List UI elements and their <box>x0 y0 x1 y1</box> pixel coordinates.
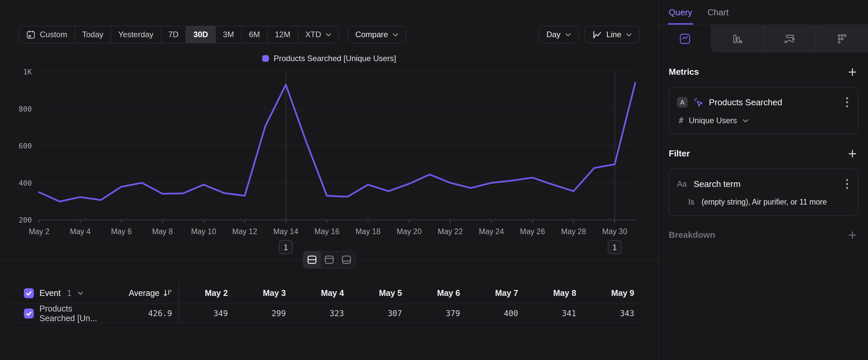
chevron-down-icon[interactable] <box>77 291 84 295</box>
table-col-header: May 9 <box>586 288 644 298</box>
split-view-icon <box>307 255 317 265</box>
event-column-label: Event <box>39 288 61 298</box>
event-count: 1 <box>67 288 72 298</box>
annotation-badge-label: 1 <box>283 243 288 252</box>
y-axis-label: 800 <box>19 105 32 113</box>
check-icon <box>26 291 32 296</box>
metric-card-title-row: A Products Searched <box>677 95 850 109</box>
date-range-custom-button[interactable]: Custom <box>19 26 75 43</box>
tab-query[interactable]: Query <box>669 0 692 25</box>
y-axis-label: 600 <box>19 142 32 150</box>
table-col-header: May 8 <box>527 288 586 298</box>
table-cell-value: 307 <box>353 309 411 318</box>
event-click-icon <box>693 97 704 108</box>
date-range-30d-button[interactable]: 30D <box>186 26 216 43</box>
x-axis-label: May 26 <box>520 227 545 236</box>
add-metric-button[interactable] <box>847 67 858 77</box>
series-checkbox[interactable] <box>24 308 34 319</box>
add-filter-button[interactable] <box>847 149 858 159</box>
line-chart-icon <box>592 30 602 40</box>
table-cell-value: 323 <box>295 309 353 318</box>
layout-table-only-button[interactable] <box>338 251 355 268</box>
kebab-menu-icon <box>846 96 848 108</box>
chart-type-button[interactable]: Line <box>584 26 640 43</box>
table-cell-value: 299 <box>237 309 295 318</box>
x-axis-label: May 2 <box>29 227 50 236</box>
x-axis-label: May 22 <box>438 227 463 236</box>
average-header-cell[interactable]: Average <box>99 283 179 304</box>
line-series[interactable] <box>39 83 635 201</box>
bar-chart-icon <box>731 32 743 45</box>
plus-icon <box>847 149 858 159</box>
breakdown-heading: Breakdown <box>669 230 715 240</box>
check-icon <box>26 311 32 316</box>
table-col-header: May 3 <box>237 288 295 298</box>
filter-value[interactable]: (empty string), Air purifier, or 11 more <box>702 198 827 206</box>
chart-type-flow-tab[interactable] <box>763 25 816 53</box>
x-axis-label: May 30 <box>602 227 627 236</box>
series-name: Products Searched [Un... <box>39 304 99 323</box>
filter-property-name[interactable]: Search term <box>693 179 839 189</box>
chevron-down-icon <box>392 33 399 36</box>
date-range-7d-button[interactable]: 7D <box>161 26 186 43</box>
metric-card[interactable]: A Products Searched # Unique Users <box>669 87 858 134</box>
date-range-today-button[interactable]: Today <box>75 26 111 43</box>
filter-options-button[interactable] <box>844 177 850 191</box>
date-range-segmented-control: Custom Today Yesterday 7D 30D 3M 6M 12M … <box>18 26 339 43</box>
date-range-6m-button[interactable]: 6M <box>242 26 268 43</box>
select-all-checkbox[interactable] <box>24 288 34 298</box>
metric-aggregation-row: # Unique Users <box>677 116 850 125</box>
x-axis-label: May 14 <box>273 227 299 236</box>
filter-operator[interactable]: Is <box>688 198 694 206</box>
segment-label: Custom <box>40 30 67 39</box>
metric-options-button[interactable] <box>844 95 850 109</box>
x-axis-label: May 12 <box>232 227 257 236</box>
filter-card[interactable]: Aa Search term Is (empty string), Air pu… <box>669 169 858 216</box>
main-panel: Custom Today Yesterday 7D 30D 3M 6M 12M … <box>0 0 658 360</box>
chevron-down-icon[interactable] <box>742 119 749 122</box>
chart-only-icon <box>324 255 335 265</box>
table-header-row: Event 1 Average May 2May 3May 4May 5May … <box>10 283 644 304</box>
app-root: Custom Today Yesterday 7D 30D 3M 6M 12M … <box>0 0 868 360</box>
funnel-dots-icon <box>836 32 848 45</box>
string-type-badge: Aa <box>677 179 688 189</box>
granularity-button[interactable]: Day <box>539 26 579 43</box>
layout-split-view-button[interactable] <box>303 251 320 268</box>
breakdown-section-header: Breakdown <box>669 230 858 240</box>
kebab-menu-icon <box>846 178 848 190</box>
x-axis-label: May 16 <box>314 227 339 236</box>
date-range-xtd-button[interactable]: XTD <box>298 26 339 43</box>
date-range-3m-button[interactable]: 3M <box>216 26 241 43</box>
metrics-heading: Metrics <box>669 67 699 77</box>
insights-line-chart-icon <box>679 32 691 45</box>
y-axis-label: 400 <box>19 179 32 187</box>
date-range-yesterday-button[interactable]: Yesterday <box>111 26 161 43</box>
chart-type-funnel-tab[interactable] <box>816 25 868 53</box>
chart-type-bar-tab[interactable] <box>711 25 763 53</box>
filter-card-title-row: Aa Search term <box>677 177 850 191</box>
table-cell-value: 349 <box>179 309 237 318</box>
x-axis-label: May 18 <box>355 227 380 236</box>
table-col-header: May 7 <box>469 288 527 298</box>
x-axis-label: May 4 <box>70 227 91 236</box>
toolbar: Custom Today Yesterday 7D 30D 3M 6M 12M … <box>18 26 640 43</box>
sidebar-tabbar: Query Chart <box>659 0 868 25</box>
metric-event-name[interactable]: Products Searched <box>709 97 839 108</box>
metrics-section-header: Metrics <box>669 67 858 77</box>
layout-chart-only-button[interactable] <box>320 251 338 268</box>
date-range-12m-button[interactable]: 12M <box>268 26 298 43</box>
average-value-cell: 426.9 <box>99 304 179 323</box>
chart-legend[interactable]: Products Searched [Unique Users] <box>0 54 658 63</box>
tab-chart[interactable]: Chart <box>708 0 729 25</box>
event-header-cell: Event 1 <box>10 283 99 304</box>
x-axis-label: May 6 <box>111 227 132 236</box>
plus-icon <box>847 230 858 240</box>
y-axis-label: 200 <box>19 216 32 224</box>
table-col-header: May 6 <box>411 288 469 298</box>
table-row: Products Searched [Un... 426.9 349299323… <box>10 304 644 323</box>
table-col-header: May 5 <box>353 288 411 298</box>
compare-button[interactable]: Compare <box>348 26 406 43</box>
chart-type-insights-tab[interactable] <box>659 25 711 53</box>
add-breakdown-button[interactable] <box>847 230 858 240</box>
aggregation-label[interactable]: Unique Users <box>689 116 737 125</box>
